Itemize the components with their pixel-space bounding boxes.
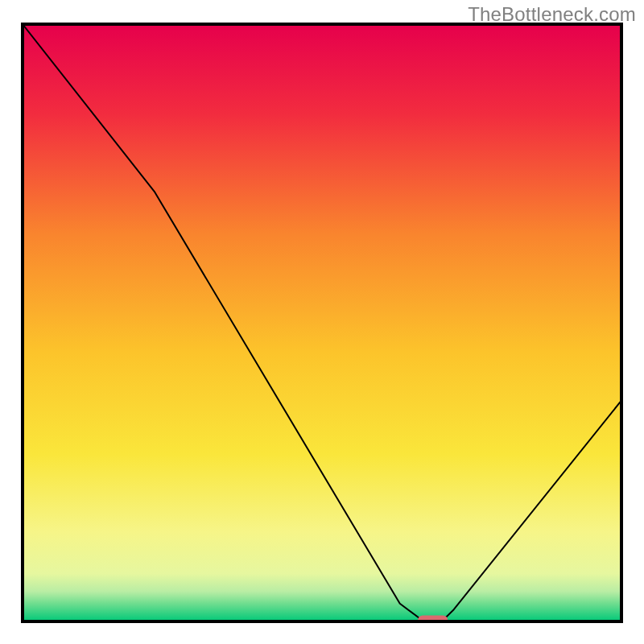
chart-container: TheBottleneck.com [0, 0, 644, 644]
bottleneck-chart [0, 0, 644, 644]
watermark-text: TheBottleneck.com [468, 3, 636, 26]
gradient-background [23, 24, 621, 621]
